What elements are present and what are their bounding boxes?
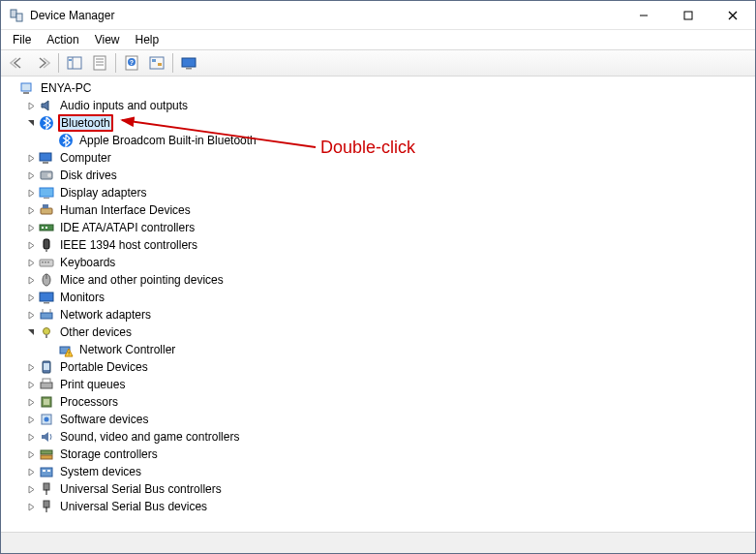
expand-icon[interactable] [24,99,38,112]
expand-icon[interactable] [24,169,38,182]
tree-node[interactable]: Network adapters [22,306,753,323]
tree-label[interactable]: Other devices [58,324,134,340]
tree-row[interactable]: Human Interface Devices [22,201,753,219]
tree-row[interactable]: Storage controllers [22,446,753,463]
tree-label[interactable]: System devices [58,464,143,479]
help-button[interactable]: ? [120,51,143,75]
tree-label[interactable]: Mice and other pointing devices [58,272,226,288]
expand-icon[interactable] [24,221,38,234]
collapse-icon[interactable] [24,325,38,339]
tree-row[interactable]: Software devices [22,411,753,428]
tree-label[interactable]: Universal Serial Bus devices [58,499,209,514]
tree-label[interactable]: IEEE 1394 host controllers [58,237,199,253]
tree-node[interactable]: Monitors [22,289,753,306]
expand-icon[interactable] [24,151,38,165]
expand-icon[interactable] [24,308,38,322]
tree-label[interactable]: Apple Broadcom Built-in Bluetooth [77,133,258,148]
expand-icon[interactable] [24,430,38,444]
tree-row[interactable]: Print queues [22,376,753,393]
tree-node[interactable]: IDE ATA/ATAPI controllers [22,219,753,236]
scan-hardware-button[interactable] [145,51,168,75]
tree-row[interactable]: Monitors [22,289,753,306]
tree-node[interactable]: Sound, video and game controllers [22,428,753,446]
tree-node[interactable]: Software devices [22,411,753,428]
tree-row[interactable]: Disk drives [22,167,753,184]
maximize-button[interactable] [666,1,711,29]
tree-node[interactable]: Other devices!Network Controller [22,323,753,358]
tree-area[interactable]: ENYA-PCAudio inputs and outputsBluetooth… [1,77,755,532]
tree-node[interactable]: Disk drives [22,167,753,184]
tree-node[interactable]: ENYA-PCAudio inputs and outputsBluetooth… [3,79,753,515]
tree-label[interactable]: Computer [58,150,113,166]
tree-label[interactable]: IDE ATA/ATAPI controllers [58,220,197,235]
tree-label[interactable]: Processors [58,394,120,410]
tree-row[interactable]: Audio inputs and outputs [22,97,753,114]
show-monitor-button[interactable] [177,51,200,75]
tree-label[interactable]: Display adapters [58,185,148,200]
tree-row[interactable]: Universal Serial Bus controllers [22,480,753,498]
tree-node[interactable]: BluetoothApple Broadcom Built-in Bluetoo… [22,114,753,149]
tree-node[interactable]: !Network Controller [42,341,753,358]
tree-row[interactable]: System devices [22,463,753,480]
tree-node[interactable]: Apple Broadcom Built-in Bluetooth [42,132,753,149]
tree-label[interactable]: ENYA-PC [39,80,93,96]
expand-icon[interactable] [24,186,38,200]
tree-label[interactable]: Storage controllers [58,446,160,462]
tree-node[interactable]: Print queues [22,376,753,393]
tree-node[interactable]: IEEE 1394 host controllers [22,236,753,254]
tree-row[interactable]: IDE ATA/ATAPI controllers [22,219,753,236]
expand-icon[interactable] [24,256,38,269]
tree-row[interactable]: Computer [22,149,753,167]
tree-label[interactable]: Sound, video and game controllers [58,429,241,445]
expand-icon[interactable] [24,395,38,409]
tree-label[interactable]: Bluetooth [58,114,113,132]
show-hide-console-button[interactable] [63,51,86,75]
tree-node[interactable]: Audio inputs and outputs [22,97,753,114]
tree-label[interactable]: Audio inputs and outputs [58,98,190,113]
tree-label[interactable]: Monitors [58,290,106,305]
expand-icon[interactable] [24,203,38,217]
tree-label[interactable]: Keyboards [58,255,117,270]
tree-row[interactable]: Network adapters [22,306,753,323]
tree-node[interactable]: Computer [22,149,753,167]
expand-icon[interactable] [24,378,38,391]
tree-node[interactable]: Display adapters [22,184,753,201]
tree-label[interactable]: Print queues [58,377,127,392]
expand-icon[interactable] [24,482,38,496]
tree-row[interactable]: Apple Broadcom Built-in Bluetooth [42,132,753,149]
tree-label[interactable]: Network adapters [58,307,153,323]
tree-row[interactable]: ENYA-PC [3,79,753,97]
expand-icon[interactable] [24,465,38,478]
tree-label[interactable]: Disk drives [58,168,119,183]
tree-label[interactable]: Portable Devices [58,359,150,375]
tree-node[interactable]: Mice and other pointing devices [22,271,753,289]
tree-label[interactable]: Universal Serial Bus controllers [58,481,224,497]
tree-label[interactable]: Network Controller [77,342,177,357]
back-button[interactable] [6,51,29,75]
menu-help[interactable]: Help [128,31,167,48]
forward-button[interactable] [31,51,54,75]
tree-row[interactable]: Sound, video and game controllers [22,428,753,446]
close-button[interactable] [711,1,755,29]
device-tree[interactable]: ENYA-PCAudio inputs and outputsBluetooth… [3,79,753,515]
tree-row[interactable]: Processors [22,393,753,411]
tree-row[interactable]: Bluetooth [22,114,753,132]
expand-icon[interactable] [24,447,38,461]
tree-node[interactable]: Keyboards [22,254,753,271]
minimize-button[interactable] [621,1,666,29]
tree-node[interactable]: Processors [22,393,753,411]
tree-row[interactable]: IEEE 1394 host controllers [22,236,753,254]
tree-row[interactable]: Display adapters [22,184,753,201]
expand-icon[interactable] [24,360,38,374]
menu-action[interactable]: Action [39,31,86,48]
expand-icon[interactable] [24,273,38,287]
tree-row[interactable]: Other devices [22,323,753,341]
tree-node[interactable]: Universal Serial Bus controllers [22,480,753,498]
tree-node[interactable]: Human Interface Devices [22,201,753,219]
collapse-icon[interactable] [24,116,38,130]
tree-node[interactable]: Universal Serial Bus devices [22,498,753,515]
tree-label[interactable]: Human Interface Devices [58,202,193,218]
menu-file[interactable]: File [5,31,39,48]
expand-icon[interactable] [24,291,38,304]
tree-row[interactable]: Universal Serial Bus devices [22,498,753,515]
